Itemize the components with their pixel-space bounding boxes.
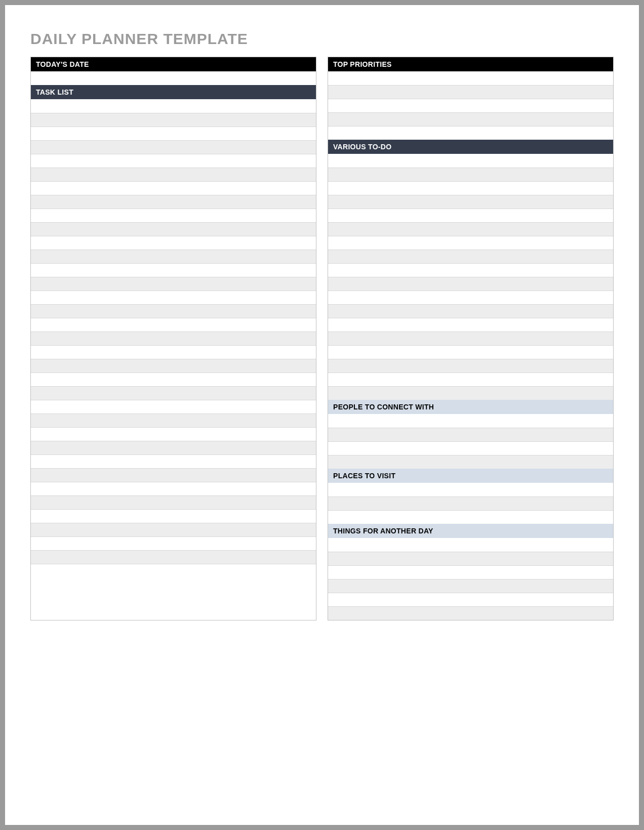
input-row[interactable] bbox=[328, 359, 613, 372]
input-row[interactable] bbox=[328, 99, 613, 112]
input-row[interactable] bbox=[328, 126, 613, 140]
input-row[interactable] bbox=[328, 496, 613, 510]
input-row[interactable] bbox=[328, 222, 613, 236]
people-rows bbox=[328, 414, 613, 469]
input-row[interactable] bbox=[31, 195, 316, 209]
input-row[interactable] bbox=[31, 140, 316, 154]
input-row[interactable] bbox=[328, 593, 613, 606]
input-row[interactable] bbox=[328, 168, 613, 181]
input-row[interactable] bbox=[31, 345, 316, 359]
input-row[interactable] bbox=[328, 318, 613, 331]
input-row[interactable] bbox=[328, 195, 613, 209]
input-row[interactable] bbox=[31, 427, 316, 441]
input-row[interactable] bbox=[31, 250, 316, 263]
input-row[interactable] bbox=[328, 85, 613, 99]
todays-date-header: TODAY'S DATE bbox=[31, 57, 316, 71]
input-row[interactable] bbox=[328, 304, 613, 318]
various-todo-rows bbox=[328, 154, 613, 400]
input-row[interactable] bbox=[328, 455, 613, 469]
things-rows bbox=[328, 538, 613, 620]
input-row[interactable] bbox=[31, 277, 316, 290]
columns-wrapper: TODAY'S DATE TASK LIST TOP PRIORITIES VA… bbox=[30, 57, 614, 620]
input-row[interactable] bbox=[31, 181, 316, 195]
input-row[interactable] bbox=[328, 538, 613, 552]
input-row[interactable] bbox=[328, 331, 613, 345]
input-row[interactable] bbox=[31, 509, 316, 523]
input-row[interactable] bbox=[31, 290, 316, 304]
input-row[interactable] bbox=[328, 181, 613, 195]
input-row[interactable] bbox=[31, 482, 316, 495]
input-row[interactable] bbox=[31, 495, 316, 509]
input-row[interactable] bbox=[328, 483, 613, 496]
input-row[interactable] bbox=[31, 550, 316, 564]
input-row[interactable] bbox=[31, 359, 316, 372]
input-row[interactable] bbox=[31, 304, 316, 318]
top-priorities-header: TOP PRIORITIES bbox=[328, 57, 613, 71]
input-row[interactable] bbox=[31, 222, 316, 236]
page: DAILY PLANNER TEMPLATE TODAY'S DATE TASK… bbox=[5, 5, 639, 825]
people-header: PEOPLE TO CONNECT WITH bbox=[328, 400, 613, 414]
input-row[interactable] bbox=[328, 209, 613, 222]
todays-date-rows bbox=[31, 71, 316, 85]
task-list-header: TASK LIST bbox=[31, 85, 316, 99]
input-row[interactable] bbox=[328, 428, 613, 441]
input-row[interactable] bbox=[31, 468, 316, 482]
input-row[interactable] bbox=[328, 579, 613, 593]
input-row[interactable] bbox=[31, 71, 316, 85]
input-row[interactable] bbox=[31, 523, 316, 536]
input-row[interactable] bbox=[31, 564, 316, 577]
input-row[interactable] bbox=[328, 510, 613, 524]
input-row[interactable] bbox=[31, 127, 316, 140]
input-row[interactable] bbox=[31, 113, 316, 127]
places-header: PLACES TO VISIT bbox=[328, 469, 613, 483]
input-row[interactable] bbox=[328, 606, 613, 620]
input-row[interactable] bbox=[31, 454, 316, 468]
task-list-rows bbox=[31, 99, 316, 577]
input-row[interactable] bbox=[328, 565, 613, 579]
input-row[interactable] bbox=[328, 345, 613, 359]
input-row[interactable] bbox=[31, 99, 316, 113]
page-title: DAILY PLANNER TEMPLATE bbox=[30, 30, 614, 48]
input-row[interactable] bbox=[328, 290, 613, 304]
input-row[interactable] bbox=[328, 277, 613, 290]
input-row[interactable] bbox=[31, 236, 316, 250]
various-todo-header: VARIOUS TO-DO bbox=[328, 140, 613, 154]
input-row[interactable] bbox=[31, 386, 316, 400]
input-row[interactable] bbox=[31, 209, 316, 222]
top-priorities-rows bbox=[328, 71, 613, 140]
input-row[interactable] bbox=[328, 112, 613, 126]
input-row[interactable] bbox=[328, 386, 613, 400]
input-row[interactable] bbox=[31, 536, 316, 550]
input-row[interactable] bbox=[31, 263, 316, 277]
right-column: TOP PRIORITIES VARIOUS TO-DO PEOPLE TO C… bbox=[328, 57, 614, 620]
input-row[interactable] bbox=[31, 318, 316, 331]
input-row[interactable] bbox=[328, 236, 613, 250]
things-header: THINGS FOR ANOTHER DAY bbox=[328, 524, 613, 538]
input-row[interactable] bbox=[31, 372, 316, 386]
input-row[interactable] bbox=[328, 154, 613, 168]
input-row[interactable] bbox=[328, 414, 613, 428]
input-row[interactable] bbox=[328, 250, 613, 263]
input-row[interactable] bbox=[31, 413, 316, 427]
input-row[interactable] bbox=[31, 331, 316, 345]
input-row[interactable] bbox=[31, 400, 316, 413]
places-rows bbox=[328, 483, 613, 524]
input-row[interactable] bbox=[328, 372, 613, 386]
input-row[interactable] bbox=[328, 441, 613, 455]
input-row[interactable] bbox=[328, 552, 613, 565]
input-row[interactable] bbox=[328, 263, 613, 277]
left-column: TODAY'S DATE TASK LIST bbox=[30, 57, 316, 620]
input-row[interactable] bbox=[31, 168, 316, 181]
input-row[interactable] bbox=[328, 71, 613, 85]
input-row[interactable] bbox=[31, 154, 316, 168]
input-row[interactable] bbox=[31, 441, 316, 454]
